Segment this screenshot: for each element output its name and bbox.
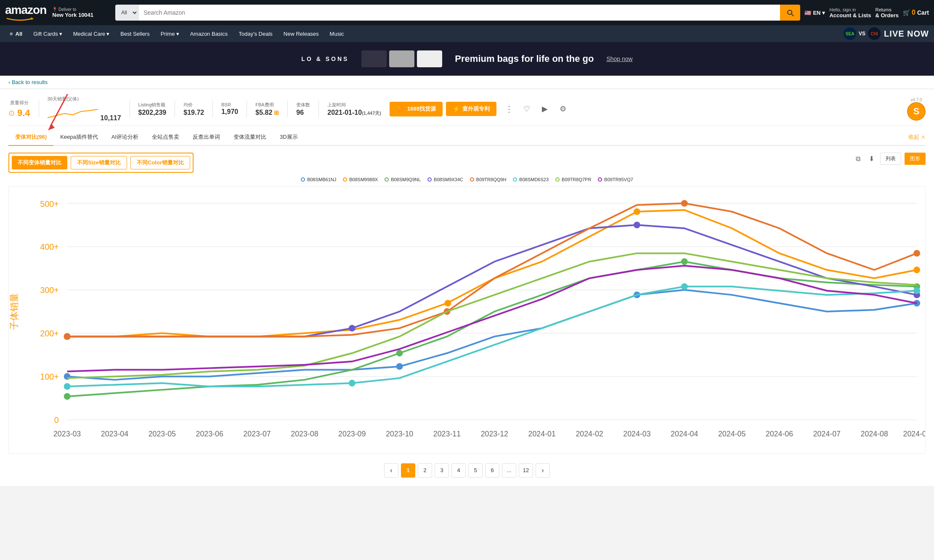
account-block[interactable]: Hello, sign in Account & Lists <box>829 7 871 18</box>
svg-point-35 <box>396 363 403 370</box>
navbar: ≡ All Gift Cards▾ Medical Care▾ Best Sel… <box>0 25 934 42</box>
live-now-section[interactable]: SEA VS CHI LIVE NOW <box>844 27 929 40</box>
legend-item-6: B08SMD6S23 <box>513 177 549 182</box>
listing-value: $202,239 <box>138 109 167 116</box>
copy-icon[interactable]: ⧉ <box>853 153 863 164</box>
prev-page-btn[interactable]: ‹ <box>384 463 398 478</box>
legend-item-5: B09TR8QQ9H <box>470 177 507 182</box>
page-ellipsis-btn[interactable]: ... <box>502 463 516 478</box>
cart-label: Cart <box>917 9 929 16</box>
btn-variant-sales[interactable]: 不同变体销量对比 <box>12 156 67 169</box>
navbar-item-music[interactable]: Music <box>325 28 349 40</box>
page-4-btn[interactable]: 4 <box>451 463 466 478</box>
cart-count: 0 <box>912 9 915 16</box>
deliver-location: New York 10041 <box>52 12 93 18</box>
quality-value: 9.4 <box>17 108 30 119</box>
bsr-block: BSR 1,970 <box>221 102 238 116</box>
returns-block[interactable]: Returns & Orders <box>875 7 899 18</box>
legend-dot-4 <box>427 177 432 182</box>
svg-text:2023-09: 2023-09 <box>338 430 366 438</box>
chart-controls: 不同变体销量对比 不同Size销量对比 不同Color销量对比 ⧉ ⬇ 列表 图… <box>8 153 926 173</box>
music-label: Music <box>330 31 344 37</box>
language-selector[interactable]: 🇺🇸 EN ▾ <box>804 10 825 16</box>
legend-dot-6 <box>513 177 517 182</box>
navbar-item-new-releases[interactable]: New Releases <box>279 28 324 40</box>
svg-point-44 <box>681 258 688 265</box>
next-page-btn[interactable]: › <box>536 463 550 478</box>
page-12-btn[interactable]: 12 <box>519 463 533 478</box>
version-text: v4.7.0 <box>910 98 922 102</box>
quality-label: 质量得分 <box>10 100 29 106</box>
legend-label-4: B08SM9X34C <box>434 177 463 182</box>
listing-label: Listing销售额 <box>138 102 167 108</box>
cart-block[interactable]: 🛒 0 Cart <box>903 9 929 16</box>
banner-shop-now[interactable]: Shop now <box>606 55 632 62</box>
avg-price-label: 均价 <box>183 102 204 108</box>
svg-text:2024-09: 2024-09 <box>903 430 926 438</box>
separator-6 <box>287 100 288 117</box>
view-chart-btn[interactable]: 图形 <box>905 153 926 165</box>
promotional-banner[interactable]: LO & SONS Premium bags for life on the g… <box>0 42 934 76</box>
svg-text:2024-08: 2024-08 <box>861 430 888 438</box>
navbar-item-gift-cards[interactable]: Gift Cards▾ <box>29 28 67 40</box>
todays-deals-label: Today's Deals <box>239 31 273 37</box>
shelf-value: 2021-01-10(1,447天) <box>327 109 381 116</box>
btn-1688[interactable]: 🔶 1688找货源 <box>390 102 443 116</box>
legend-dot-1 <box>301 177 305 182</box>
vs-text: VS <box>859 31 865 37</box>
navbar-all[interactable]: ≡ All <box>5 28 27 40</box>
tab-ai-review[interactable]: AI评论分析 <box>105 129 145 146</box>
view-table-btn[interactable]: 列表 <box>880 153 901 165</box>
fba-label: FBA费用 <box>255 102 279 108</box>
svg-point-43 <box>396 350 403 357</box>
collapse-button[interactable]: 收起 ∧ <box>908 133 926 141</box>
legend-item-7: B09TR8Q7PR <box>555 177 591 182</box>
settings-icon[interactable]: ⚙ <box>558 103 568 115</box>
svg-text:2024-07: 2024-07 <box>813 430 841 438</box>
video-icon[interactable]: ▶ <box>540 103 549 115</box>
tab-variant-traffic[interactable]: 变体流量对比 <box>227 129 273 146</box>
svg-text:300+: 300+ <box>40 285 59 295</box>
svg-point-50 <box>64 333 71 340</box>
svg-text:2023-05: 2023-05 <box>149 430 176 438</box>
page-5-btn[interactable]: 5 <box>468 463 483 478</box>
btn-size-sales[interactable]: 不同Size销量对比 <box>71 156 127 169</box>
navbar-item-best-sellers[interactable]: Best Sellers <box>116 28 154 40</box>
page-2-btn[interactable]: 2 <box>418 463 432 478</box>
search-input[interactable] <box>138 5 780 21</box>
chart-legend: B08SMB61NJ B08SM9988X B08SM9Q9NL B08SM9X… <box>8 177 926 182</box>
amazon-logo[interactable]: amazon <box>5 4 46 21</box>
legend-dot-3 <box>385 177 389 182</box>
score-icon: ⊙ <box>8 108 15 118</box>
navbar-item-medical-care[interactable]: Medical Care▾ <box>69 28 114 40</box>
tab-3d[interactable]: 3D展示 <box>273 129 305 146</box>
page-6-btn[interactable]: 6 <box>485 463 499 478</box>
svg-text:100+: 100+ <box>40 372 59 381</box>
legend-label-2: B08SM9988X <box>349 177 378 182</box>
download-icon[interactable]: ⬇ <box>866 153 877 164</box>
calculator-icon[interactable]: ⊞ <box>274 109 279 116</box>
back-to-results-link[interactable]: ‹ Back to results <box>8 79 48 85</box>
navbar-item-prime[interactable]: Prime▾ <box>156 28 184 40</box>
tab-reverse-words[interactable]: 反查出单词 <box>186 129 227 146</box>
search-button[interactable] <box>780 5 800 21</box>
btn-color-sales[interactable]: 不同Color销量对比 <box>130 156 190 169</box>
svg-point-52 <box>681 200 688 207</box>
search-category-select[interactable]: All <box>115 5 138 21</box>
fba-block: FBA费用 $5.82 ⊞ <box>255 102 279 116</box>
page-1-btn[interactable]: 1 <box>401 463 415 478</box>
svg-text:2023-03: 2023-03 <box>53 430 81 438</box>
page-3-btn[interactable]: 3 <box>435 463 449 478</box>
deliver-block[interactable]: 📍 Deliver to New York 10041 <box>52 7 111 18</box>
navbar-item-todays-deals[interactable]: Today's Deals <box>234 28 277 40</box>
navbar-item-amazon-basics[interactable]: Amazon Basics <box>186 28 233 40</box>
tab-all-sites[interactable]: 全站点售卖 <box>145 129 186 146</box>
favorite-icon[interactable]: ♡ <box>522 103 532 115</box>
legend-dot-8 <box>598 177 602 182</box>
svg-point-56 <box>681 283 688 290</box>
btn-appearance-patent[interactable]: ⚡ 查外观专利 <box>446 102 496 116</box>
more-options-icon[interactable]: ⋮ <box>505 104 513 114</box>
quality-score-block: 质量得分 ⊙ 9.4 <box>8 100 30 119</box>
search-bar: All <box>115 5 800 21</box>
svg-text:2024-04: 2024-04 <box>671 430 698 438</box>
